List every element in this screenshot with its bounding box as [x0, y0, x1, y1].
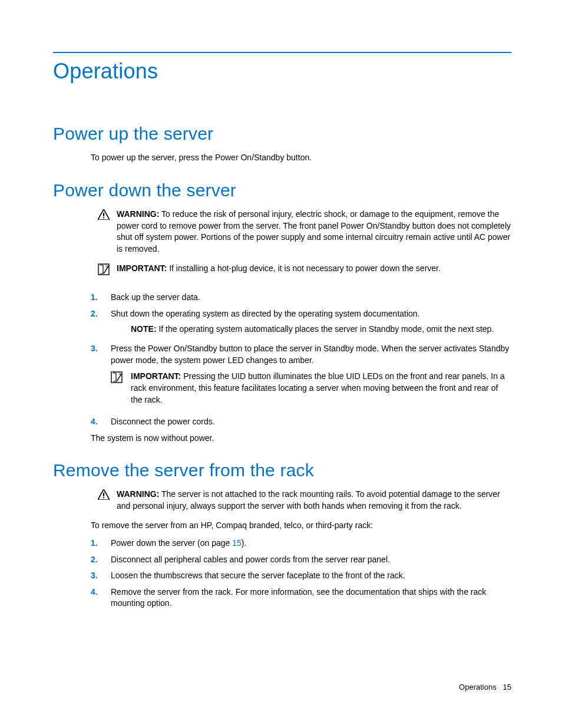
important-text-2: Pressing the UID button illuminates the …	[131, 371, 505, 404]
warning-label-2: WARNING:	[117, 489, 159, 499]
step-number: 2.	[91, 554, 111, 566]
step-text: Disconnect the power cords.	[111, 416, 511, 428]
warning-text-2: The server is not attached to the rack m…	[117, 489, 500, 510]
important-label-2: IMPORTANT:	[131, 371, 181, 381]
important-admonition-2: IMPORTANT: Pressing the UID button illum…	[111, 371, 511, 406]
step-text: Press the Power On/Standby button to pla…	[111, 343, 511, 366]
list-item: 3. Press the Power On/Standby button to …	[91, 343, 511, 411]
step-text: Power down the server (on page 15).	[111, 538, 511, 549]
step-text: Back up the server data.	[111, 292, 511, 304]
svg-rect-1	[103, 217, 104, 218]
note-label: NOTE:	[131, 324, 157, 334]
page-title: Operations	[53, 57, 511, 86]
heading-power-down: Power down the server	[53, 178, 511, 203]
important-icon	[111, 371, 131, 406]
heading-remove-rack: Remove the server from the rack	[53, 458, 511, 483]
list-item: 1. Back up the server data.	[91, 292, 511, 304]
page-link-15[interactable]: 15	[232, 538, 242, 548]
svg-rect-5	[103, 498, 104, 499]
power-down-steps: 1. Back up the server data. 2. Shut down…	[91, 292, 511, 427]
heading-power-up: Power up the server	[53, 121, 511, 146]
title-rule	[53, 52, 511, 53]
step-number: 1.	[91, 538, 111, 549]
warning-admonition: WARNING: To reduce the risk of personal …	[91, 209, 511, 255]
list-item: 1. Power down the server (on page 15).	[91, 538, 511, 549]
warning-admonition-2: WARNING: The server is not attached to t…	[91, 489, 511, 512]
step-number: 4.	[91, 587, 111, 610]
page-footer: Operations 15	[459, 682, 511, 693]
warning-icon	[91, 489, 117, 512]
step-text: Disconnect all peripheral cables and pow…	[111, 554, 511, 566]
footer-page-number: 15	[503, 683, 511, 691]
step-number: 1.	[91, 292, 111, 304]
step-text: Shut down the operating system as direct…	[111, 308, 511, 320]
note-text: If the operating system automatically pl…	[158, 324, 494, 334]
svg-rect-0	[103, 213, 104, 216]
remove-intro: To remove the server from an HP, Compaq …	[91, 520, 511, 532]
footer-section: Operations	[459, 683, 497, 691]
list-item: 3. Loosen the thumbscrews that secure th…	[91, 570, 511, 582]
step-number: 3.	[91, 343, 111, 411]
warning-icon	[91, 209, 117, 255]
important-icon	[91, 263, 117, 275]
step-text: Remove the server from the rack. For mor…	[111, 587, 511, 610]
step-text: Loosen the thumbscrews that secure the s…	[111, 570, 511, 582]
step-number: 2.	[91, 308, 111, 338]
step-number: 4.	[91, 416, 111, 428]
svg-rect-4	[103, 493, 104, 496]
power-up-text: To power up the server, press the Power …	[91, 152, 511, 164]
important-admonition-1: IMPORTANT: If installing a hot-plug devi…	[91, 263, 511, 275]
remove-steps: 1. Power down the server (on page 15). 2…	[91, 538, 511, 610]
note-block: NOTE: If the operating system automatica…	[131, 324, 511, 335]
important-label-1: IMPORTANT:	[117, 263, 167, 273]
list-item: 2. Disconnect all peripheral cables and …	[91, 554, 511, 566]
warning-text: To reduce the risk of personal injury, e…	[117, 209, 511, 253]
list-item: 2. Shut down the operating system as dir…	[91, 308, 511, 338]
important-text-1: If installing a hot-plug device, it is n…	[169, 263, 441, 273]
list-item: 4. Disconnect the power cords.	[91, 416, 511, 428]
list-item: 4. Remove the server from the rack. For …	[91, 587, 511, 610]
power-down-after: The system is now without power.	[91, 433, 511, 444]
step-number: 3.	[91, 570, 111, 582]
warning-label: WARNING:	[117, 209, 159, 219]
